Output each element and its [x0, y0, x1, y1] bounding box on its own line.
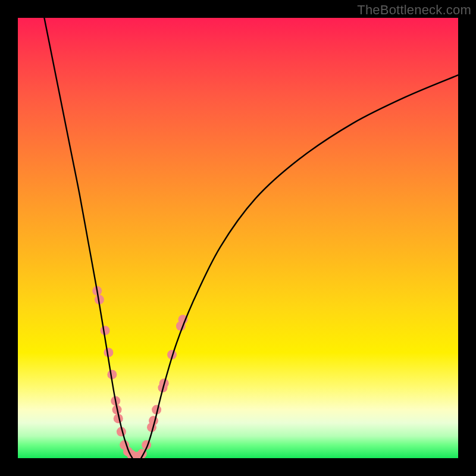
- highlight-point: [101, 325, 110, 335]
- curve-svg: [18, 18, 458, 458]
- chart-frame: TheBottleneck.com: [0, 0, 476, 476]
- right-branch-curve: [141, 75, 458, 458]
- highlight-markers: [92, 286, 187, 458]
- left-branch-curve: [44, 18, 132, 458]
- watermark-text: TheBottleneck.com: [357, 2, 471, 18]
- plot-area: [18, 18, 458, 458]
